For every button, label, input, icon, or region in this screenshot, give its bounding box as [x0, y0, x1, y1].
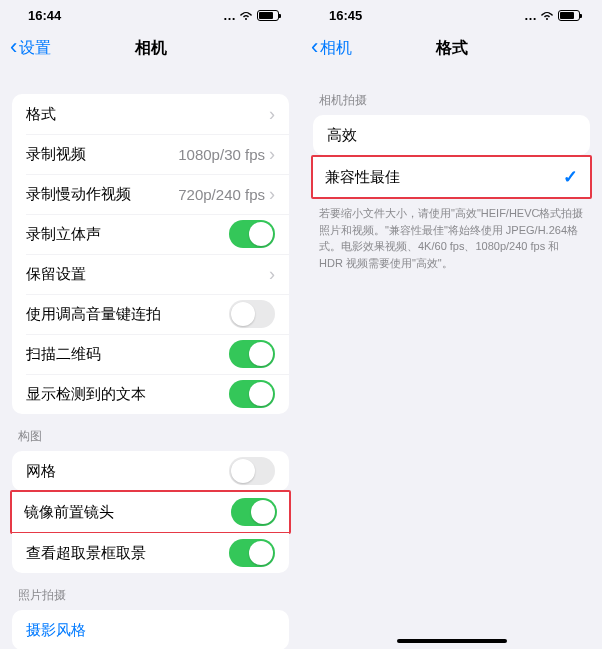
row-detect-text[interactable]: 显示检测到的文本 — [12, 374, 289, 414]
row-formats[interactable]: 格式 › — [12, 94, 289, 134]
back-button[interactable]: ‹ 相机 — [311, 38, 352, 59]
settings-group-photo-capture: 摄影风格 — [12, 610, 289, 649]
switch-detect-text[interactable] — [229, 380, 275, 408]
row-label: 录制慢动作视频 — [26, 185, 178, 204]
row-label: 高效 — [327, 126, 576, 145]
wifi-arc-icon — [540, 10, 554, 21]
group-header-camera-capture: 相机拍摄 — [301, 78, 602, 115]
row-label: 录制视频 — [26, 145, 178, 164]
status-icons — [524, 8, 580, 23]
status-bar: 16:44 — [0, 0, 301, 30]
row-label: 查看超取景框取景 — [26, 544, 229, 563]
row-value: 720p/240 fps — [178, 186, 265, 203]
battery-icon — [257, 10, 279, 21]
chevron-left-icon: ‹ — [10, 36, 17, 58]
row-photographic-styles[interactable]: 摄影风格 — [12, 610, 289, 649]
switch-grid[interactable] — [229, 457, 275, 485]
status-bar: 16:45 — [301, 0, 602, 30]
row-label: 格式 — [26, 105, 269, 124]
battery-icon — [558, 10, 580, 21]
back-label: 相机 — [320, 38, 352, 59]
switch-view-outside-frame[interactable] — [229, 539, 275, 567]
chevron-right-icon: › — [269, 185, 275, 203]
group-footer-formats: 若要缩小文件大小，请使用"高效"HEIF/HEVC格式拍摄照片和视频。"兼容性最… — [301, 199, 602, 281]
settings-group-1: 格式 › 录制视频 1080p/30 fps › 录制慢动作视频 720p/24… — [12, 94, 289, 414]
nav-bar: ‹ 设置 相机 — [0, 30, 301, 66]
chevron-left-icon: ‹ — [311, 36, 318, 58]
status-time: 16:45 — [329, 8, 362, 23]
row-value: 1080p/30 fps — [178, 146, 265, 163]
chevron-right-icon: › — [269, 145, 275, 163]
row-label: 网格 — [26, 462, 229, 481]
home-indicator[interactable] — [397, 639, 507, 643]
wifi-arc-icon — [239, 10, 253, 21]
settings-group-composition: 网格 — [12, 451, 289, 491]
group-header-composition: 构图 — [0, 414, 301, 451]
row-record-video[interactable]: 录制视频 1080p/30 fps › — [12, 134, 289, 174]
settings-group-formats: 高效 — [313, 115, 590, 155]
back-button[interactable]: ‹ 设置 — [10, 38, 51, 59]
row-mirror-front[interactable]: 镜像前置镜头 — [12, 492, 289, 532]
row-high-efficiency[interactable]: 高效 — [313, 115, 590, 155]
settings-group-composition-cont: 查看超取景框取景 — [12, 533, 289, 573]
group-header-photo-capture: 照片拍摄 — [0, 573, 301, 610]
switch-mirror-front[interactable] — [231, 498, 277, 526]
row-label: 兼容性最佳 — [325, 168, 563, 187]
nav-bar: ‹ 相机 格式 — [301, 30, 602, 66]
chevron-right-icon: › — [269, 105, 275, 123]
row-label: 摄影风格 — [26, 621, 275, 640]
status-time: 16:44 — [28, 8, 61, 23]
highlight-most-compatible: 兼容性最佳 ✓ — [311, 155, 592, 199]
row-preserve-settings[interactable]: 保留设置 › — [12, 254, 289, 294]
row-scan-qr[interactable]: 扫描二维码 — [12, 334, 289, 374]
row-record-slomo[interactable]: 录制慢动作视频 720p/240 fps › — [12, 174, 289, 214]
row-most-compatible[interactable]: 兼容性最佳 ✓ — [313, 157, 590, 197]
switch-scan-qr[interactable] — [229, 340, 275, 368]
status-icons — [223, 8, 279, 23]
row-volume-burst[interactable]: 使用调高音量键连拍 — [12, 294, 289, 334]
wifi-icon — [223, 8, 235, 23]
row-grid[interactable]: 网格 — [12, 451, 289, 491]
row-label: 扫描二维码 — [26, 345, 229, 364]
row-stereo[interactable]: 录制立体声 — [12, 214, 289, 254]
switch-stereo[interactable] — [229, 220, 275, 248]
chevron-right-icon: › — [269, 265, 275, 283]
row-view-outside-frame[interactable]: 查看超取景框取景 — [12, 533, 289, 573]
checkmark-icon: ✓ — [563, 166, 578, 188]
row-label: 保留设置 — [26, 265, 269, 284]
highlight-mirror-front: 镜像前置镜头 — [10, 490, 291, 534]
row-label: 使用调高音量键连拍 — [26, 305, 229, 324]
switch-volume-burst[interactable] — [229, 300, 275, 328]
row-label: 录制立体声 — [26, 225, 229, 244]
row-label: 镜像前置镜头 — [24, 503, 231, 522]
row-label: 显示检测到的文本 — [26, 385, 229, 404]
back-label: 设置 — [19, 38, 51, 59]
wifi-icon — [524, 8, 536, 23]
